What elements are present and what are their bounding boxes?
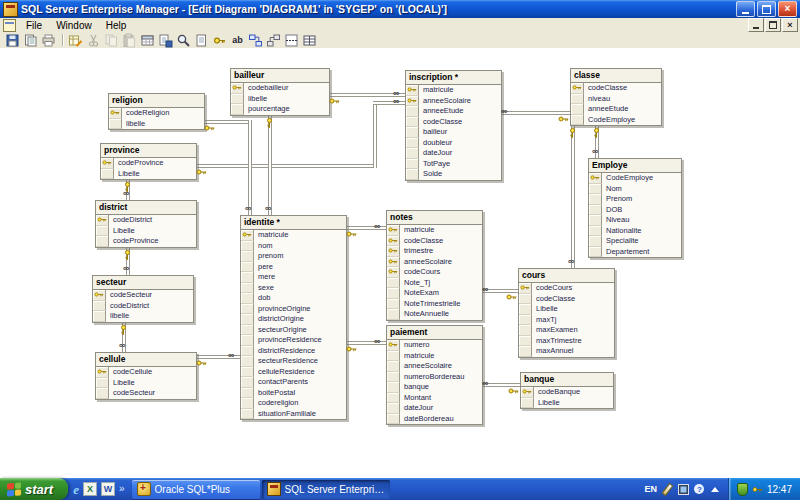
table-employe[interactable]: EmployeCodeEmployeNomPrenomDOBNiveauNati… [588, 158, 682, 258]
field-row[interactable]: NoteTrimestrielle [387, 299, 482, 310]
field-row[interactable]: provinceResidence [241, 335, 346, 346]
table-notes-title[interactable]: notes [387, 211, 482, 225]
field-row[interactable]: Libelle [96, 226, 196, 237]
table-bailleur-title[interactable]: bailleur [231, 69, 329, 83]
pen-icon[interactable] [662, 484, 673, 495]
field-row[interactable]: libelle [109, 119, 204, 130]
field-row[interactable]: maxExamen [519, 325, 614, 336]
view-grid-icon[interactable] [301, 33, 318, 48]
field-row[interactable]: dateJour [406, 148, 501, 159]
field-row[interactable]: codeBanque [521, 387, 613, 398]
cut-icon[interactable] [85, 33, 102, 48]
relationship-line-classe-cours[interactable] [571, 121, 575, 270]
field-row[interactable]: maxTrimestre [519, 336, 614, 347]
page-break-icon[interactable] [283, 33, 300, 48]
field-row[interactable]: prenom [241, 251, 346, 262]
field-row[interactable]: dob [241, 293, 346, 304]
field-row[interactable]: codeProvince [101, 158, 196, 169]
child-close-button[interactable]: × [782, 18, 798, 32]
field-row[interactable]: secteurOrigine [241, 325, 346, 336]
field-row[interactable]: pourcentage [231, 104, 329, 115]
field-row[interactable]: trimestre [387, 246, 482, 257]
field-row[interactable]: codeClasse [571, 83, 661, 94]
table-secteur-title[interactable]: secteur [93, 276, 193, 290]
table-cours[interactable]: courscodeCourscodeClasseLibellemaxTjmaxE… [518, 268, 615, 358]
word-icon[interactable]: W [101, 482, 115, 496]
field-row[interactable]: Nationalite [589, 226, 681, 237]
field-row[interactable]: boitePostal [241, 388, 346, 399]
table-notes[interactable]: notesmatriculecodeClassetrimestreanneeSc… [386, 210, 483, 321]
field-row[interactable]: bailleur [406, 127, 501, 138]
field-row[interactable]: Libelle [521, 398, 613, 409]
field-row[interactable]: anneeScolaire [387, 361, 482, 372]
diagram-canvas[interactable]: religioncodeReligionlibelleprovincecodeP… [0, 48, 800, 478]
show-page-icon[interactable] [193, 33, 210, 48]
key-tray-icon[interactable] [752, 484, 763, 495]
field-row[interactable]: codeClasse [519, 294, 614, 305]
clock[interactable]: 12:47 [767, 484, 792, 495]
relationship-line-province-inscription[interactable] [373, 101, 377, 168]
field-row[interactable]: TotPaye [406, 159, 501, 170]
set-primary-key-icon[interactable] [211, 33, 228, 48]
field-row[interactable]: doubleur [406, 138, 501, 149]
field-row[interactable]: libelle [93, 311, 193, 322]
table-cours-title[interactable]: cours [519, 269, 614, 283]
table-district-title[interactable]: district [96, 201, 196, 215]
field-row[interactable]: Libelle [519, 304, 614, 315]
field-row[interactable]: Solde [406, 169, 501, 180]
field-row[interactable]: pere [241, 262, 346, 273]
table-inscription-title[interactable]: inscription * [406, 71, 501, 85]
minimize-button[interactable] [736, 1, 755, 17]
field-row[interactable]: codeCours [387, 267, 482, 278]
table-cellule[interactable]: cellulecodeCelluleLibellecodeSecteur [95, 352, 197, 400]
field-row[interactable]: anneeEtude [406, 106, 501, 117]
field-row[interactable]: libelle [231, 94, 329, 105]
field-row[interactable]: matricule [387, 351, 482, 362]
field-row[interactable]: codeDistrict [93, 301, 193, 312]
child-minimize-button[interactable] [748, 18, 764, 32]
table-paiement[interactable]: paiementnumeromatriculeanneeScolairenume… [386, 325, 483, 425]
field-row[interactable]: CodeEmploye [589, 173, 681, 184]
table-identite[interactable]: identite *matriculenomprenomperemeresexe… [240, 215, 347, 420]
field-row[interactable]: contactParents [241, 377, 346, 388]
field-row[interactable]: codeSecteur [96, 388, 196, 399]
generate-script-icon[interactable] [67, 33, 84, 48]
table-religion-title[interactable]: religion [109, 94, 204, 108]
table-identite-title[interactable]: identite * [241, 216, 346, 230]
field-row[interactable]: NoteExam [387, 288, 482, 299]
field-row[interactable]: codeClasse [387, 236, 482, 247]
menu-window[interactable]: Window [49, 18, 99, 32]
relationship-line-province-inscription[interactable] [193, 164, 377, 168]
save-icon[interactable] [4, 33, 21, 48]
field-row[interactable]: celluleResidence [241, 367, 346, 378]
table-paiement-title[interactable]: paiement [387, 326, 482, 340]
field-row[interactable]: dateJour [387, 403, 482, 414]
save-change-script-icon[interactable] [157, 33, 174, 48]
field-row[interactable]: secteurResidence [241, 356, 346, 367]
field-row[interactable]: codeSecteur [93, 290, 193, 301]
hide-icons-chevron[interactable] [710, 484, 721, 495]
field-row[interactable]: matricule [241, 230, 346, 241]
field-row[interactable]: codeProvince [96, 236, 196, 247]
field-row[interactable]: codeReligion [109, 108, 204, 119]
taskbar-task-1[interactable]: Oracle SQL*Plus [132, 480, 260, 499]
language-indicator[interactable]: EN [644, 484, 657, 494]
field-row[interactable]: maxAnnuel [519, 346, 614, 357]
restore-button[interactable] [757, 1, 776, 17]
field-row[interactable]: districtOrigine [241, 314, 346, 325]
field-row[interactable]: codereligion [241, 398, 346, 409]
manage-relationships-icon[interactable] [265, 33, 282, 48]
field-row[interactable]: numero [387, 340, 482, 351]
table-secteur[interactable]: secteurcodeSecteurcodeDistrictlibelle [92, 275, 194, 323]
field-row[interactable]: provinceOrigine [241, 304, 346, 315]
field-row[interactable]: banque [387, 382, 482, 393]
field-row[interactable]: DOB [589, 205, 681, 216]
text-annotation-icon[interactable]: ab [229, 33, 246, 48]
field-row[interactable]: situationFamiliale [241, 409, 346, 420]
table-inscription[interactable]: inscription *matriculeanneeScolaireannee… [405, 70, 502, 181]
menu-help[interactable]: Help [99, 18, 134, 32]
field-row[interactable]: Niveau [589, 215, 681, 226]
field-row[interactable]: anneeEtude [571, 104, 661, 115]
field-row[interactable]: matricule [406, 85, 501, 96]
field-row[interactable]: NoteAnnuelle [387, 309, 482, 320]
